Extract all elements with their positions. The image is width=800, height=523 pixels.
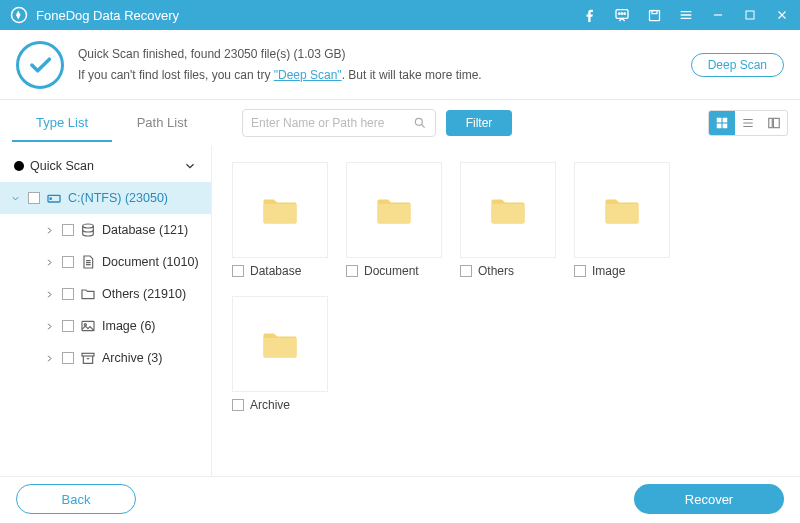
bullet-icon	[14, 161, 24, 171]
tree-item-database[interactable]: Database (121)	[26, 214, 211, 246]
checkbox[interactable]	[574, 265, 586, 277]
tree-item-label: Database (121)	[102, 223, 188, 237]
chevron-right-icon[interactable]	[44, 321, 56, 332]
folder-icon	[262, 195, 298, 225]
status-line1-mid: file(s) (	[257, 47, 297, 61]
back-button[interactable]: Back	[16, 484, 136, 514]
scan-status-panel: Quick Scan finished, found 23050 file(s)…	[0, 30, 800, 100]
chevron-right-icon[interactable]	[44, 289, 56, 300]
status-line1-suffix: )	[342, 47, 346, 61]
tree-drive-label: C:(NTFS) (23050)	[68, 191, 168, 205]
folder-item[interactable]: Document	[346, 162, 442, 278]
success-check-icon	[16, 41, 64, 89]
svg-rect-12	[723, 124, 728, 129]
checkbox[interactable]	[62, 320, 74, 332]
tree-item-archive[interactable]: Archive (3)	[26, 342, 211, 374]
title-bar: FoneDog Data Recovery	[0, 0, 800, 30]
checkbox[interactable]	[28, 192, 40, 204]
checkbox[interactable]	[346, 265, 358, 277]
checkbox[interactable]	[62, 352, 74, 364]
tree-item-label: Archive (3)	[102, 351, 162, 365]
recover-button[interactable]: Recover	[634, 484, 784, 514]
deep-scan-link[interactable]: "Deep Scan"	[274, 68, 342, 82]
folder-thumb	[460, 162, 556, 258]
chevron-down-icon[interactable]	[10, 193, 22, 204]
chevron-down-icon[interactable]	[183, 159, 197, 173]
view-grid-icon[interactable]	[709, 111, 735, 135]
tab-path-list[interactable]: Path List	[112, 105, 212, 142]
checkbox[interactable]	[62, 256, 74, 268]
folder-thumb	[232, 162, 328, 258]
svg-rect-5	[649, 10, 659, 20]
folder-icon	[376, 195, 412, 225]
toolbar: Type List Path List Filter	[0, 100, 800, 146]
tree-item-image[interactable]: Image (6)	[26, 310, 211, 342]
folder-label: Database	[250, 264, 301, 278]
view-detail-icon[interactable]	[761, 111, 787, 135]
checkbox[interactable]	[460, 265, 472, 277]
status-line2-suffix: . But it will take more time.	[342, 68, 482, 82]
tab-type-list[interactable]: Type List	[12, 105, 112, 142]
search-box[interactable]	[242, 109, 436, 137]
svg-rect-20	[82, 353, 94, 356]
search-icon[interactable]	[413, 116, 427, 130]
svg-point-4	[624, 13, 625, 14]
folder-icon	[604, 195, 640, 225]
folder-item[interactable]: Database	[232, 162, 328, 278]
checkbox[interactable]	[62, 288, 74, 300]
tree-children: Database (121) Document (1010) Others (2…	[0, 214, 211, 374]
status-line1-prefix: Quick Scan finished, found	[78, 47, 224, 61]
svg-rect-11	[717, 124, 722, 129]
svg-rect-13	[769, 118, 773, 127]
tree-item-label: Others (21910)	[102, 287, 186, 301]
save-icon[interactable]	[646, 7, 662, 23]
folder-item[interactable]: Archive	[232, 296, 328, 412]
svg-point-17	[83, 224, 94, 228]
svg-rect-6	[652, 10, 657, 13]
file-tree: Quick Scan C:(NTFS) (23050) Database (12…	[0, 146, 212, 476]
folder-thumb	[232, 296, 328, 392]
svg-point-3	[621, 13, 622, 14]
checkbox[interactable]	[62, 224, 74, 236]
window-controls	[582, 7, 790, 23]
document-icon	[80, 254, 96, 270]
minimize-icon[interactable]	[710, 7, 726, 23]
facebook-icon[interactable]	[582, 7, 598, 23]
archive-icon	[80, 350, 96, 366]
svg-rect-14	[773, 118, 779, 127]
close-icon[interactable]	[774, 7, 790, 23]
tree-item-document[interactable]: Document (1010)	[26, 246, 211, 278]
chevron-right-icon[interactable]	[44, 257, 56, 268]
drive-icon	[46, 190, 62, 206]
list-tabs: Type List Path List	[12, 105, 212, 142]
folder-label: Document	[364, 264, 419, 278]
chevron-right-icon[interactable]	[44, 225, 56, 236]
tree-root-quick-scan[interactable]: Quick Scan	[0, 150, 211, 182]
folder-item[interactable]: Image	[574, 162, 670, 278]
folder-item[interactable]: Others	[460, 162, 556, 278]
menu-icon[interactable]	[678, 7, 694, 23]
view-mode-toggle	[708, 110, 788, 136]
tree-root-label: Quick Scan	[30, 159, 94, 173]
tree-drive[interactable]: C:(NTFS) (23050)	[0, 182, 211, 214]
filter-button[interactable]: Filter	[446, 110, 513, 136]
app-logo-icon	[10, 6, 28, 24]
maximize-icon[interactable]	[742, 7, 758, 23]
checkbox[interactable]	[232, 265, 244, 277]
image-icon	[80, 318, 96, 334]
database-icon	[80, 222, 96, 238]
search-input[interactable]	[251, 116, 413, 130]
chevron-right-icon[interactable]	[44, 353, 56, 364]
folder-thumb	[346, 162, 442, 258]
deep-scan-button[interactable]: Deep Scan	[691, 53, 784, 77]
tree-item-others[interactable]: Others (21910)	[26, 278, 211, 310]
view-list-icon[interactable]	[735, 111, 761, 135]
feedback-icon[interactable]	[614, 7, 630, 23]
app-title: FoneDog Data Recovery	[36, 8, 582, 23]
checkbox[interactable]	[232, 399, 244, 411]
folder-icon	[490, 195, 526, 225]
folder-label: Archive	[250, 398, 290, 412]
svg-rect-7	[746, 11, 754, 19]
tree-item-label: Document (1010)	[102, 255, 199, 269]
svg-rect-10	[723, 118, 728, 123]
